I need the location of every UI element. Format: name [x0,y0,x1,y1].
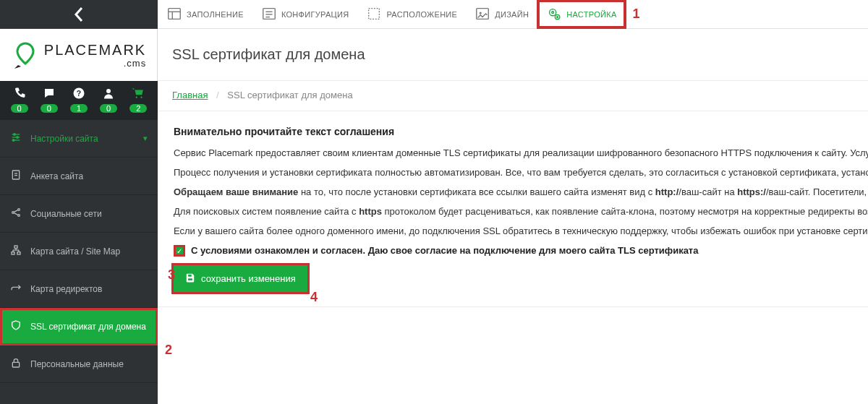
tab-fill[interactable]: ЗАПОЛНЕНИЕ [158,0,252,28]
sidebar-item-site-form[interactable]: Анкета сайта [0,158,158,195]
svg-rect-24 [12,362,19,367]
logo-text: PLACEMARK [44,43,146,57]
tab-label: НАСТРОЙКА [566,10,616,19]
svg-rect-18 [12,252,14,254]
panel-p3: Обращаем ваше внимание на то, что после … [174,186,852,197]
chat-icon [43,85,56,101]
breadcrumb-sep: / [216,90,219,100]
sidebar-item-sitemap[interactable]: Карта сайта / Site Map [0,233,158,270]
breadcrumb-current: SSL сертификат для домена [227,90,352,100]
tab-settings[interactable]: НАСТРОЙКА [537,0,625,28]
gear-icon [546,6,562,23]
svg-point-13 [18,209,20,211]
quick-help[interactable]: ? 1 [65,85,93,113]
share-icon [10,207,30,220]
sliders-icon [10,132,30,145]
sidebar-item-ssl[interactable]: SSL сертификат для домена [0,308,158,345]
svg-point-14 [18,215,20,217]
top-nav: ЗАПОЛНЕНИЕ КОНФИГУРАЦИЯ РАСПОЛОЖЕНИЕ ДИЗ… [158,0,868,29]
svg-rect-25 [169,8,181,19]
save-button-label: сохранить изменения [201,273,296,284]
panel-p1: Сервис Placemark предоставляет своим кли… [174,147,852,158]
sidebar-item-personal-data[interactable]: Персональные данные [0,345,158,383]
save-button[interactable]: сохранить изменения [174,265,307,292]
svg-point-6 [14,134,16,136]
help-badge: 1 [70,104,88,113]
panel-heading: Внимательно прочитайте текст соглашения [174,126,852,137]
panel-p2: Процесс получения и установки сертификат… [174,167,852,178]
phone-badge: 0 [11,104,28,113]
logo[interactable]: PLACEMARK .cms [0,29,158,81]
help-icon: ? [72,85,85,101]
svg-point-34 [480,12,482,14]
back-button[interactable] [0,0,158,29]
svg-point-8 [12,139,14,142]
quick-chat[interactable]: 0 [35,85,63,113]
callout-3: 3 [168,267,175,283]
svg-point-2 [106,89,111,93]
quick-user[interactable]: 0 [95,85,122,113]
tab-label: ДИЗАЙН [495,10,529,19]
svg-line-16 [14,213,17,215]
quick-actions: 0 0 ? 1 0 2 [0,81,158,120]
main: ЗАПОЛНЕНИЕ КОНФИГУРАЦИЯ РАСПОЛОЖЕНИЕ ДИЗ… [158,0,868,404]
design-icon [475,6,490,23]
logo-mark-icon [11,40,40,69]
callout-2: 2 [165,343,172,358]
sidebar: PLACEMARK .cms 0 0 ? 1 0 [0,0,158,404]
redirect-icon [10,282,30,296]
tab-layout[interactable]: РАСПОЛОЖЕНИЕ [357,0,466,28]
sidebar-item-label: Социальные сети [30,209,148,219]
agree-label: С условиями ознакомлен и согласен. Даю с… [191,245,698,256]
tab-configuration[interactable]: КОНФИГУРАЦИЯ [252,0,358,28]
shield-icon [10,319,30,333]
callout-1: 1 [633,7,640,22]
svg-point-37 [556,14,560,19]
quick-phone[interactable]: 0 [6,85,33,113]
user-badge: 0 [100,104,117,113]
sitemap-icon [10,244,30,258]
chevron-left-icon [73,6,85,23]
config-icon [261,6,277,23]
breadcrumb-home[interactable]: Главная [172,90,208,100]
svg-rect-19 [17,252,20,254]
panel-p4: Для поисковых систем появление сайта с h… [174,206,852,217]
chat-badge: 0 [41,104,58,113]
phone-icon [13,85,26,101]
sidebar-item-site-settings[interactable]: Настройки сайта ▾ [0,120,158,158]
svg-line-15 [14,210,17,212]
panel-p5: Если у вашего сайта более одного доменно… [174,225,852,236]
callout-4: 4 [310,290,318,305]
svg-point-12 [12,212,14,214]
save-icon [185,272,195,285]
cart-icon [132,85,145,101]
sidebar-item-social[interactable]: Социальные сети [0,195,158,233]
svg-point-35 [550,9,556,15]
svg-point-36 [552,11,554,13]
cart-badge: 2 [129,104,147,113]
tab-label: КОНФИГУРАЦИЯ [281,10,349,19]
agree-row: ✓ С условиями ознакомлен и согласен. Даю… [174,245,852,257]
breadcrumb: Главная / SSL сертификат для домена [158,81,868,111]
tab-design[interactable]: ДИЗАЙН [466,0,537,28]
sidebar-item-label: Карта сайта / Site Map [30,246,148,257]
sidebar-item-label: Настройки сайта [30,134,143,144]
sidebar-nav: Настройки сайта ▾ Анкета сайта Социальны… [0,120,158,404]
tab-label: ЗАПОЛНЕНИЕ [187,10,244,19]
sidebar-item-redirects[interactable]: Карта редиректов [0,270,158,308]
svg-text:?: ? [77,89,81,98]
agree-checkbox[interactable]: ✓ [174,245,185,257]
user-icon [102,85,115,101]
svg-point-7 [17,137,19,139]
sidebar-item-label: SSL сертификат для домена [30,322,148,332]
chevron-down-icon: ▾ [143,134,148,143]
sidebar-item-label: Карта редиректов [30,284,148,294]
quick-cart[interactable]: 2 [124,85,152,113]
lock-icon [10,357,30,371]
page-title: SSL сертификат для домена [158,29,868,81]
svg-rect-32 [369,8,380,19]
sidebar-item-label: Анкета сайта [30,171,148,181]
svg-point-38 [557,16,558,17]
sidebar-item-label: Персональные данные [30,359,148,369]
layout-icon [366,6,382,23]
